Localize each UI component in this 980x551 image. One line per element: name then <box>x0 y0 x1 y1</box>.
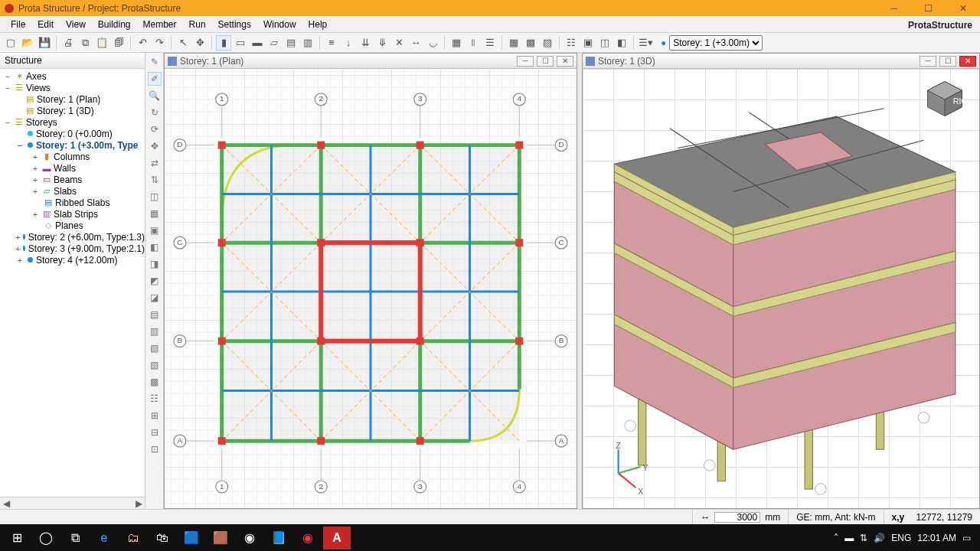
autocad-icon[interactable]: A <box>323 527 351 549</box>
plan-minimize-button[interactable]: ─ <box>517 56 534 67</box>
paste-icon[interactable]: 📋 <box>94 35 109 51</box>
vtool-rotate-icon[interactable]: ⟳ <box>148 122 162 136</box>
tree-views[interactable]: −☰Views <box>0 82 145 93</box>
list-icon[interactable]: ☰▾ <box>638 35 653 51</box>
menu-file[interactable]: File <box>5 18 31 31</box>
start-button[interactable]: ⊞ <box>3 527 31 549</box>
grid3-icon[interactable]: ▨ <box>540 35 555 51</box>
sound-icon[interactable]: 🔊 <box>874 533 885 543</box>
vtool-5-icon[interactable]: ▣ <box>148 223 162 237</box>
rebar-icon[interactable]: ⫴ <box>466 35 481 51</box>
grid2-icon[interactable]: ▩ <box>523 35 538 51</box>
minimize-button[interactable]: ─ <box>877 0 911 16</box>
undo-icon[interactable]: ↶ <box>135 35 150 51</box>
tree-ribbed[interactable]: ▤Ribbed Slabs <box>0 197 145 208</box>
tree-axes[interactable]: −✶Axes <box>0 70 145 82</box>
prota-task-icon[interactable]: ◉ <box>294 527 322 549</box>
tree-hscroll[interactable]: ◀▶ <box>0 497 145 509</box>
menu-run[interactable]: Run <box>183 18 212 31</box>
vtool-2-icon[interactable]: ⇅ <box>148 173 162 187</box>
structure-tree[interactable]: −✶Axes −☰Views ▤Storey: 1 (Plan) ▤Storey… <box>0 69 145 497</box>
stairs-icon[interactable]: ☰ <box>482 35 498 51</box>
maximize-button[interactable]: ☐ <box>911 0 946 16</box>
storey-dropdown[interactable]: Storey: 1 (+3.00m) <box>669 35 763 51</box>
vtool-11-icon[interactable]: ▥ <box>148 324 162 338</box>
close-button[interactable]: ✕ <box>946 0 980 16</box>
tree-columns[interactable]: +▮Columns <box>0 151 145 162</box>
vtool-10-icon[interactable]: ▤ <box>148 308 162 321</box>
3d-canvas[interactable]: Z Y X RIGHT <box>583 69 979 508</box>
move-icon[interactable]: ✥ <box>192 35 207 51</box>
vtool-9-icon[interactable]: ◪ <box>148 291 162 305</box>
hatch-icon[interactable]: ▦ <box>449 35 464 51</box>
plan-maximize-button[interactable]: ☐ <box>537 56 554 67</box>
section-icon[interactable]: ◫ <box>597 35 612 51</box>
3d-minimize-button[interactable]: ─ <box>920 56 936 67</box>
ribbed-icon[interactable]: ▤ <box>283 35 299 51</box>
tree-slabs[interactable]: +▱Slabs <box>0 185 145 197</box>
select-icon[interactable]: ↖ <box>175 35 191 51</box>
dim-icon[interactable]: ↔ <box>408 35 423 51</box>
taskview-icon[interactable]: ⧉ <box>61 527 89 549</box>
cortana-icon[interactable]: ◯ <box>32 527 60 549</box>
chrome-icon[interactable]: ◉ <box>236 527 263 549</box>
tree-strips[interactable]: +▥Slab Strips <box>0 208 145 220</box>
vtool-7-icon[interactable]: ◨ <box>148 257 162 271</box>
lineload-icon[interactable]: ⇊ <box>358 35 373 51</box>
notif-icon[interactable]: ▭ <box>962 533 971 543</box>
save-icon[interactable]: 💾 <box>37 35 52 51</box>
menu-edit[interactable]: Edit <box>31 18 60 31</box>
render-icon[interactable]: ◧ <box>614 35 629 51</box>
tree-walls[interactable]: +▬Walls <box>0 162 145 174</box>
plan-titlebar[interactable]: Storey: 1 (Plan) ─ ☐ ✕ <box>165 54 577 69</box>
vtool-edit-icon[interactable]: ✐ <box>148 72 162 86</box>
vtool-zoom-icon[interactable]: 🔍 <box>148 89 162 103</box>
tree-storey-0[interactable]: Storey: 0 (+0.00m) <box>0 128 145 139</box>
beam-icon[interactable]: ▭ <box>233 35 248 51</box>
vtool-1-icon[interactable]: ⇄ <box>148 156 162 170</box>
arc-icon[interactable]: ◡ <box>425 35 440 51</box>
load-icon[interactable]: ≡ <box>324 35 339 51</box>
plan-close-button[interactable]: ✕ <box>557 56 573 67</box>
3d-close-button[interactable]: ✕ <box>959 56 976 67</box>
copy-icon[interactable]: ⧉ <box>77 35 93 51</box>
menu-member[interactable]: Member <box>137 18 183 31</box>
vtool-12-icon[interactable]: ▧ <box>148 341 162 355</box>
column-icon[interactable]: ▮ <box>216 35 231 51</box>
menu-building[interactable]: Building <box>92 18 137 31</box>
tray-up-icon[interactable]: ˄ <box>834 533 838 543</box>
vtool-4-icon[interactable]: ▦ <box>148 207 162 220</box>
tree-storey-1[interactable]: −Storey: 1 (+3.00m, Type <box>0 139 145 151</box>
vtool-8-icon[interactable]: ◩ <box>148 274 162 288</box>
tree-storey-3[interactable]: +Storey: 3 (+9.00m, Type:2.1) <box>0 243 145 254</box>
edge-icon[interactable]: e <box>90 527 118 549</box>
wifi-icon[interactable]: ⇅ <box>860 533 867 543</box>
explorer-icon[interactable]: 🗂 <box>119 527 147 549</box>
app2-icon[interactable]: 🟫 <box>207 527 234 549</box>
vtool-3-icon[interactable]: ◫ <box>148 190 162 204</box>
grid1-icon[interactable]: ▦ <box>506 35 521 51</box>
tree-storey-2[interactable]: +Storey: 2 (+6.00m, Type:1.3) <box>0 231 145 243</box>
tree-view-3d[interactable]: ▤Storey: 1 (3D) <box>0 105 145 116</box>
3d-maximize-button[interactable]: ☐ <box>939 56 956 67</box>
print-icon[interactable]: 🖨 <box>60 35 76 51</box>
axis-icon[interactable]: ✕ <box>391 35 407 51</box>
vtool-refresh-icon[interactable]: ↻ <box>148 106 162 119</box>
vtool-18-icon[interactable]: ⊡ <box>148 442 162 456</box>
app1-icon[interactable]: 🟦 <box>178 527 205 549</box>
menu-view[interactable]: View <box>60 18 92 31</box>
menu-settings[interactable]: Settings <box>212 18 257 31</box>
battery-icon[interactable]: ▬ <box>844 533 854 543</box>
areaload-icon[interactable]: ⤋ <box>374 35 390 51</box>
new-icon[interactable]: ▢ <box>3 35 18 51</box>
tree-view-plan[interactable]: ▤Storey: 1 (Plan) <box>0 93 145 105</box>
strip-icon[interactable]: ▥ <box>300 35 315 51</box>
slab-icon[interactable]: ▱ <box>266 35 282 51</box>
status-dist-input[interactable] <box>714 512 760 523</box>
redo-icon[interactable]: ↷ <box>152 35 167 51</box>
vtool-6-icon[interactable]: ◧ <box>148 240 162 254</box>
vtool-16-icon[interactable]: ⊞ <box>148 409 162 422</box>
vtool-17-icon[interactable]: ⊟ <box>148 425 162 439</box>
view3d-icon[interactable]: ▣ <box>580 35 596 51</box>
plan-canvas[interactable]: 11223344 AABBCCDD <box>165 69 577 508</box>
